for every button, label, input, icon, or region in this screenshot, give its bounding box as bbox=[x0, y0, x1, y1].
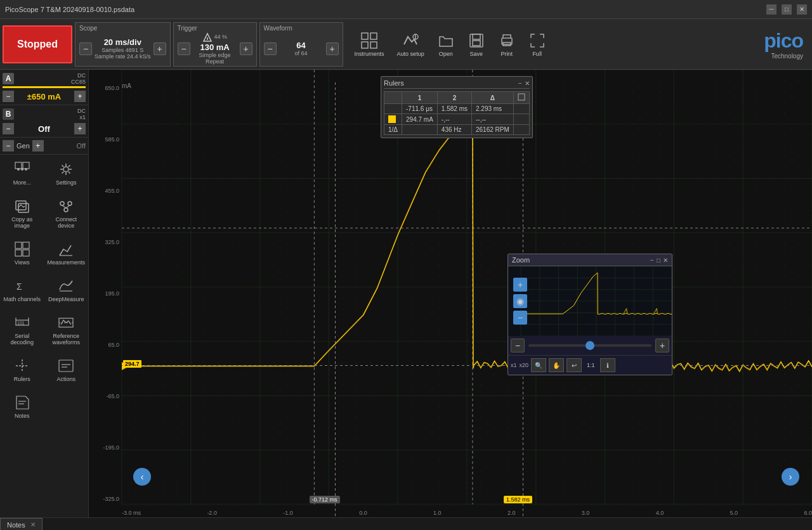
rulers-row-value: 294.7 mA -,-- --,-- bbox=[384, 114, 530, 125]
zoom-close[interactable]: ✕ bbox=[663, 257, 668, 264]
waveform-current: 64 bbox=[279, 41, 324, 50]
rulers-col-empty bbox=[384, 92, 402, 104]
rulers-freq-extra bbox=[513, 125, 529, 135]
channel-b-plus[interactable]: + bbox=[74, 123, 86, 134]
channel-b-minus[interactable]: − bbox=[3, 123, 14, 134]
tool-serial[interactable]: 101 Serial decoding bbox=[0, 308, 44, 351]
zoom-magnify-btn[interactable]: 🔍 bbox=[531, 358, 546, 372]
trigger-minus-button[interactable]: − bbox=[178, 42, 190, 55]
open-button[interactable]: Open bbox=[433, 29, 459, 60]
zoom-slider-plus[interactable]: + bbox=[655, 339, 669, 352]
zoom-minimize[interactable]: − bbox=[650, 257, 654, 264]
x-label-5: 5.0 bbox=[730, 510, 738, 516]
save-label: Save bbox=[469, 51, 483, 57]
svg-rect-26 bbox=[15, 242, 22, 249]
tool-settings[interactable]: Settings bbox=[44, 155, 88, 191]
notes-sidebar-label: Notes bbox=[15, 413, 30, 419]
svg-text:101: 101 bbox=[17, 321, 25, 325]
channel-a-plus[interactable]: + bbox=[74, 91, 86, 102]
zoom-btn-minus[interactable]: − bbox=[513, 311, 527, 325]
tool-rulers[interactable]: Rulers bbox=[0, 351, 44, 388]
print-label: Print bbox=[501, 51, 513, 57]
zoom-btn-select[interactable]: ◉ bbox=[513, 294, 527, 308]
gen-minus[interactable]: − bbox=[3, 140, 14, 152]
bottom-area: Notes ✕ Ignition Coil Primary Currnet, H… bbox=[0, 517, 812, 530]
rulers-time-extra bbox=[513, 104, 529, 114]
instruments-icon bbox=[360, 32, 378, 49]
auto-setup-label: Auto setup bbox=[397, 51, 424, 57]
zoom-info-btn[interactable]: ℹ bbox=[600, 358, 615, 372]
tool-notes[interactable]: Notes bbox=[0, 388, 44, 425]
tool-copy-image[interactable]: Copy as image bbox=[0, 191, 44, 235]
y-label-650: 650.0 bbox=[89, 85, 122, 91]
print-button[interactable]: Print bbox=[494, 29, 520, 60]
svg-rect-29 bbox=[23, 250, 29, 256]
notes-icon bbox=[13, 394, 31, 411]
y-label-neg65: -65.0 bbox=[89, 393, 122, 399]
save-button[interactable]: Save bbox=[464, 29, 489, 60]
nav-arrow-right[interactable]: › bbox=[782, 468, 799, 486]
channel-b-block: B DC x1 − Off + bbox=[0, 105, 88, 138]
more-icon bbox=[13, 160, 31, 178]
pico-brand: pico bbox=[764, 29, 803, 52]
stopped-button[interactable]: Stopped bbox=[3, 25, 72, 63]
scope-minus-button[interactable]: − bbox=[79, 42, 92, 55]
maximize-button[interactable]: □ bbox=[782, 4, 792, 15]
svg-line-24 bbox=[62, 205, 66, 208]
zoom-hand-btn[interactable]: ✋ bbox=[549, 358, 564, 372]
waveform-next-button[interactable]: + bbox=[326, 42, 339, 55]
views-label: Views bbox=[15, 259, 30, 266]
scope-value-group: 20 ms/div Samples 4891 S Sample rate 24.… bbox=[95, 37, 151, 60]
svg-rect-4 bbox=[362, 42, 368, 48]
svg-point-21 bbox=[60, 202, 64, 205]
tool-connect[interactable]: Connect device bbox=[44, 191, 88, 235]
minimize-button[interactable]: ─ bbox=[766, 4, 776, 15]
tool-views[interactable]: Views bbox=[0, 235, 44, 271]
notes-close-btn[interactable]: ✕ bbox=[30, 521, 36, 528]
nav-arrow-left[interactable]: ‹ bbox=[133, 468, 151, 486]
scope-plus-button[interactable]: + bbox=[154, 42, 166, 55]
ruler-color-indicator bbox=[388, 115, 396, 123]
channel-a-minus[interactable]: − bbox=[3, 91, 14, 102]
zoom-btn-hand[interactable]: + bbox=[513, 278, 527, 292]
rulers-row-time: -711.6 μs 1.582 ms 2.293 ms bbox=[384, 104, 530, 114]
full-icon bbox=[528, 32, 546, 49]
notes-tab[interactable]: Notes ✕ bbox=[0, 518, 43, 530]
channel-a-range-row: − ±650 mA + bbox=[3, 91, 86, 102]
y-axis: 650.0 585.0 455.0 325.0 195.0 65.0 -65.0… bbox=[89, 82, 122, 505]
waveform-prev-button[interactable]: − bbox=[264, 42, 277, 55]
instruments-button[interactable]: Instruments bbox=[351, 29, 388, 60]
time-marker-right: 1.582 ms bbox=[504, 496, 532, 503]
time-marker-left: -0.712 ms bbox=[310, 496, 340, 503]
zoom-undo-btn[interactable]: ↩ bbox=[566, 358, 582, 372]
svg-rect-28 bbox=[15, 250, 22, 256]
rulers-title: Rulers − ✕ bbox=[384, 79, 530, 89]
tool-reference[interactable]: Reference waveforms bbox=[44, 308, 88, 351]
tool-measurements[interactable]: Measurements bbox=[44, 235, 88, 271]
zoom-slider[interactable] bbox=[528, 344, 652, 347]
svg-point-23 bbox=[64, 208, 68, 212]
zoom-slider-minus[interactable]: − bbox=[511, 339, 525, 352]
svg-rect-17 bbox=[23, 162, 29, 169]
tool-math[interactable]: Σ Math channels bbox=[0, 271, 44, 308]
titlebar: PicoScope 7 T&M 20240918-0010.psdata ─ □… bbox=[0, 0, 812, 19]
tool-actions[interactable]: Actions bbox=[44, 351, 88, 388]
rulers-minimize[interactable]: − bbox=[518, 80, 522, 87]
auto-setup-button[interactable]: Auto setup bbox=[393, 29, 428, 60]
svg-rect-20 bbox=[18, 204, 29, 212]
trigger-plus-button[interactable]: + bbox=[240, 42, 252, 55]
rulers-close[interactable]: ✕ bbox=[525, 80, 530, 87]
zoom-maximize[interactable]: □ bbox=[657, 257, 660, 264]
trigger-type: Simple edge bbox=[199, 52, 231, 58]
views-icon bbox=[13, 240, 31, 258]
x-label-neg3: -3.0 ms bbox=[122, 510, 141, 516]
ma-label: mA bbox=[122, 82, 131, 89]
svg-rect-3 bbox=[370, 33, 377, 39]
y-label-neg325: -325.0 bbox=[89, 496, 122, 502]
full-button[interactable]: Full bbox=[525, 29, 550, 60]
tool-more[interactable]: More... bbox=[0, 155, 44, 191]
gen-plus[interactable]: + bbox=[32, 140, 44, 152]
close-button[interactable]: ✕ bbox=[797, 4, 807, 15]
tool-deepmeasure[interactable]: DeepMeasure bbox=[44, 271, 88, 308]
y-label-65: 65.0 bbox=[89, 342, 122, 348]
